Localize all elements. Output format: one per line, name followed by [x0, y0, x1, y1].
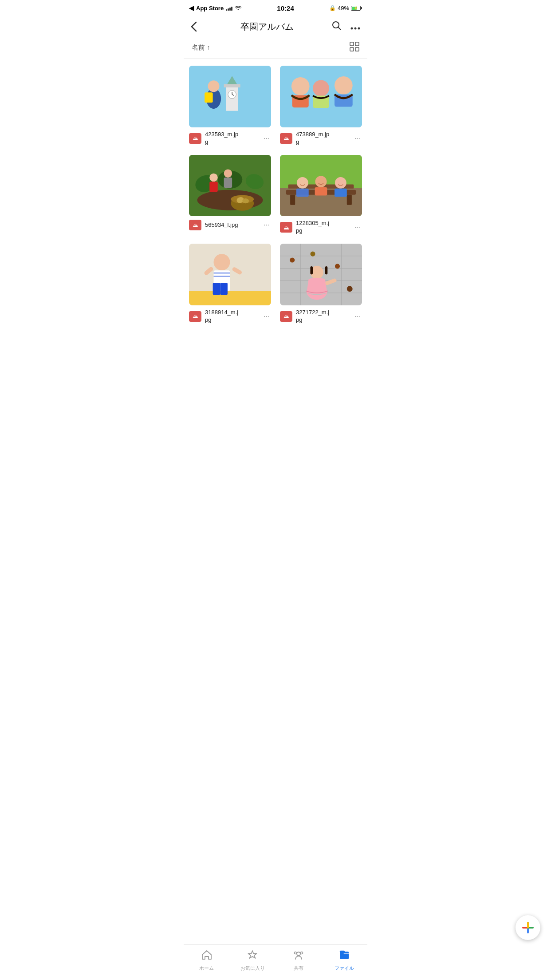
photo-meta: ⛰ 423593_m.jpg ···	[189, 131, 271, 146]
sort-bar: 名前 ↑	[184, 37, 367, 59]
file-type-icon: ⛰	[189, 220, 201, 230]
back-arrow-status: ◀	[189, 4, 194, 12]
svg-rect-35	[209, 182, 218, 192]
svg-rect-55	[220, 283, 228, 295]
list-item: ⛰ 1228305_m.jpg ···	[280, 155, 362, 235]
svg-point-52	[214, 254, 230, 270]
photo-thumbnail[interactable]	[280, 244, 362, 305]
photo-meta: ⛰ 473889_m.jpg ···	[280, 131, 362, 146]
svg-point-69	[310, 252, 315, 257]
file-name: 565934_l.jpg	[205, 221, 258, 229]
nav-actions	[332, 21, 360, 33]
photo-thumbnail[interactable]	[189, 155, 271, 217]
page-title: 卒園アルバム	[202, 21, 332, 33]
svg-point-48	[335, 177, 346, 188]
nav-header: 卒園アルバム	[184, 16, 367, 37]
photo-thumbnail[interactable]	[189, 66, 271, 127]
svg-rect-43	[347, 194, 352, 205]
item-more-button[interactable]: ···	[353, 134, 362, 142]
more-icon[interactable]	[350, 22, 360, 32]
photo-meta: ⛰ 1228305_m.jpg ···	[280, 220, 362, 235]
svg-rect-4	[350, 42, 354, 46]
photo-meta: ⛰ 3188914_m.jpg ···	[189, 309, 271, 324]
svg-point-19	[291, 77, 310, 95]
lock-icon: 🔒	[329, 5, 336, 11]
svg-point-2	[354, 27, 357, 29]
status-bar: ◀ App Store 10:24 🔒 49%	[184, 0, 367, 16]
battery-percent: 49%	[338, 5, 349, 12]
photo-meta: ⛰ 3271722_m.jpg ···	[280, 309, 362, 324]
photo-thumbnail[interactable]	[280, 66, 362, 127]
svg-rect-74	[325, 266, 328, 275]
svg-rect-37	[224, 177, 232, 187]
file-type-icon: ⛰	[280, 222, 292, 233]
back-button[interactable]	[189, 20, 199, 34]
carrier-label: App Store	[196, 5, 224, 12]
svg-point-33	[242, 198, 249, 203]
file-type-icon: ⛰	[189, 311, 201, 322]
svg-rect-7	[355, 47, 359, 51]
file-name: 3271722_m.jpg	[296, 309, 349, 324]
list-item: ⛰ 473889_m.jpg ···	[280, 66, 362, 146]
svg-rect-17	[205, 92, 213, 103]
svg-rect-49	[335, 188, 347, 197]
sort-label[interactable]: 名前 ↑	[192, 43, 210, 52]
status-left: ◀ App Store	[189, 4, 242, 12]
svg-point-71	[347, 286, 353, 292]
file-name: 473889_m.jpg	[296, 131, 349, 146]
svg-point-23	[335, 76, 353, 95]
item-more-button[interactable]: ···	[262, 221, 271, 229]
file-type-icon: ⛰	[280, 311, 292, 322]
svg-rect-51	[189, 291, 271, 305]
svg-rect-42	[290, 194, 295, 205]
photo-thumbnail[interactable]	[189, 244, 271, 305]
svg-point-34	[209, 173, 218, 182]
item-more-button[interactable]: ···	[262, 134, 271, 142]
svg-rect-5	[355, 42, 359, 46]
file-name: 3188914_m.jpg	[205, 309, 258, 324]
svg-rect-54	[213, 283, 220, 295]
svg-rect-59	[214, 276, 230, 277]
list-item: ⛰ 565934_l.jpg ···	[189, 155, 271, 235]
svg-point-70	[335, 264, 340, 269]
item-more-button[interactable]: ···	[353, 312, 362, 320]
svg-point-36	[224, 169, 232, 178]
svg-point-46	[315, 176, 327, 187]
file-type-icon: ⛰	[280, 133, 292, 144]
svg-point-21	[313, 80, 329, 96]
signal-bars	[226, 5, 232, 11]
svg-point-3	[358, 27, 360, 29]
list-item: ⛰ 423593_m.jpg ···	[189, 66, 271, 146]
file-name: 1228305_m.jpg	[296, 220, 349, 235]
svg-point-68	[290, 258, 295, 263]
svg-point-1	[351, 27, 353, 29]
item-more-button[interactable]: ···	[262, 312, 271, 320]
item-more-button[interactable]: ···	[353, 223, 362, 231]
svg-rect-45	[296, 188, 309, 197]
svg-rect-6	[350, 47, 354, 51]
photo-thumbnail[interactable]	[280, 155, 362, 217]
photo-grid: ⛰ 423593_m.jpg ···	[184, 59, 367, 331]
battery-icon: ⚡	[351, 6, 362, 11]
grid-view-icon[interactable]	[350, 42, 359, 54]
svg-point-44	[297, 177, 308, 188]
time-display: 10:24	[277, 4, 294, 12]
list-item: ⛰ 3271722_m.jpg ···	[280, 244, 362, 324]
svg-rect-47	[315, 187, 327, 196]
charging-bolt: ⚡	[354, 6, 358, 10]
svg-rect-73	[310, 266, 313, 275]
list-item: ⛰ 3188914_m.jpg ···	[189, 244, 271, 324]
wifi-icon	[235, 4, 242, 12]
svg-rect-11	[224, 84, 240, 87]
file-name: 423593_m.jpg	[205, 131, 258, 146]
status-right: 🔒 49% ⚡	[329, 5, 362, 12]
search-icon[interactable]	[332, 21, 342, 33]
svg-point-16	[208, 80, 220, 92]
photo-meta: ⛰ 565934_l.jpg ···	[189, 220, 271, 230]
svg-rect-58	[214, 273, 230, 274]
file-type-icon: ⛰	[189, 133, 201, 144]
